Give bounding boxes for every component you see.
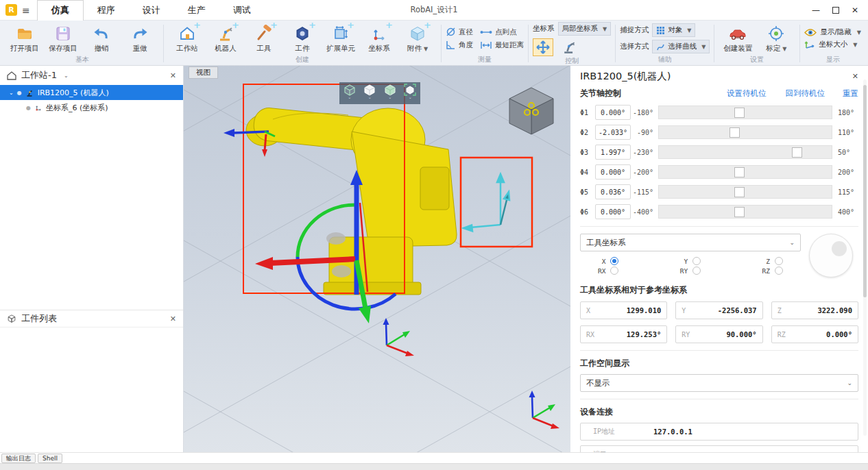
robot-control-button[interactable]	[559, 38, 579, 56]
create-workpiece-button[interactable]: + 工件	[283, 23, 322, 53]
tab-program[interactable]: 程序	[84, 0, 129, 21]
joint-slider[interactable]	[658, 165, 832, 179]
radio-z[interactable]	[775, 257, 783, 265]
diameter-icon	[446, 27, 456, 37]
tool-frame-select[interactable]: 工具坐标系 ⌄	[580, 234, 801, 251]
shell-tab[interactable]: Shell	[38, 454, 62, 463]
radio-x[interactable]	[610, 257, 618, 265]
move-tool-button[interactable]	[533, 38, 553, 56]
close-panel-icon[interactable]: ✕	[170, 71, 176, 80]
z-field[interactable]: Z3222.090	[771, 301, 858, 319]
chevron-down-icon[interactable]: ⌄	[9, 90, 14, 96]
tree-item-frame[interactable]: ● 坐标系_6 (坐标系)	[0, 100, 183, 115]
measure-diameter-button[interactable]: 直径	[446, 27, 473, 37]
pose-section-title: 工具坐标系相对于参考坐标系	[580, 284, 858, 296]
viewport-3d[interactable]: 视图 ⌄ ⌄ ⌄ ⌄	[184, 66, 570, 452]
close-panel-icon[interactable]: ✕	[852, 72, 858, 81]
view-tab[interactable]: 视图	[189, 66, 218, 79]
go-home-link[interactable]: 回到待机位	[786, 88, 825, 99]
create-device-button[interactable]: 创建装置	[719, 23, 757, 53]
y-field[interactable]: Y-2256.037	[675, 301, 762, 319]
save-project-button[interactable]: 保存项目	[44, 23, 82, 53]
joint-row-3: Φ3 1.997° -230° 50°	[580, 145, 858, 160]
chevron-down-icon[interactable]: ⌄	[64, 73, 69, 79]
app-logo[interactable]: R	[5, 4, 17, 16]
snap-mode-dropdown[interactable]: 对象▼	[652, 23, 695, 37]
joint-slider[interactable]	[658, 205, 832, 219]
coord-system-dropdown[interactable]: 局部坐标系▼	[558, 22, 612, 36]
redo-button[interactable]: 重做	[121, 23, 159, 53]
tree-item-robot[interactable]: ⌄ ● IRB1200_5 (机器人)	[0, 85, 183, 100]
maximize-button[interactable]	[832, 7, 839, 14]
scrollbar-thumb[interactable]	[863, 85, 867, 297]
create-robot-button[interactable]: + 机器人	[206, 23, 245, 53]
solid-cube-icon[interactable]: ⌄	[363, 84, 376, 99]
coord-size-button[interactable]: 坐标大小▼	[804, 40, 861, 49]
create-tool-button[interactable]: + 工具	[245, 23, 283, 53]
slider-handle[interactable]	[730, 127, 740, 138]
slider-handle[interactable]	[734, 167, 745, 177]
chevron-down-icon: ▼	[687, 27, 691, 34]
workspace-display-select[interactable]: 不显示 ⌄	[580, 374, 858, 392]
create-attachment-button[interactable]: + 附件▼	[398, 23, 437, 53]
jog-dial[interactable]	[809, 234, 853, 277]
open-project-button[interactable]: 打开项目	[5, 23, 44, 53]
slider-handle[interactable]	[734, 207, 745, 217]
move-icon	[535, 40, 551, 55]
minimize-button[interactable]: —	[812, 6, 820, 14]
reset-link[interactable]: 重置	[843, 88, 858, 99]
measure-angle-button[interactable]: 角度	[446, 40, 473, 50]
joint-slider[interactable]	[658, 145, 832, 159]
ip-address-field[interactable]: IP地址 127.0.0.1	[580, 423, 858, 441]
radio-ry[interactable]	[692, 267, 701, 275]
rz-field[interactable]: RZ0.000°	[771, 325, 858, 343]
radio-rx[interactable]	[610, 267, 618, 275]
folder-icon	[5, 23, 44, 44]
scene-canvas[interactable]	[184, 66, 570, 452]
scrollbar[interactable]	[863, 79, 867, 436]
x-field[interactable]: X1299.010	[580, 301, 667, 319]
close-panel-icon[interactable]: ✕	[170, 314, 176, 323]
joint-slider[interactable]	[658, 125, 832, 139]
rx-field[interactable]: RX129.253°	[580, 325, 667, 343]
create-workstation-button[interactable]: + 工作站	[168, 23, 206, 53]
robot-model[interactable]	[246, 106, 457, 295]
wireframe-cube-icon[interactable]: ⌄	[343, 84, 356, 99]
slider-handle[interactable]	[734, 108, 745, 118]
joint-value-input[interactable]: -2.033°	[595, 125, 631, 140]
shaded-cube-icon[interactable]: ⌄	[384, 84, 396, 99]
joint-value-input[interactable]: 0.036°	[595, 184, 631, 199]
slider-handle[interactable]	[734, 187, 745, 197]
station-title: 工作站-1	[21, 69, 57, 82]
joint-value-input[interactable]: 0.000°	[595, 105, 631, 120]
close-button[interactable]: ✕	[852, 6, 858, 14]
tab-simulation[interactable]: 仿真	[37, 0, 84, 21]
radio-rz[interactable]	[775, 267, 783, 275]
menu-icon[interactable]: ≡	[22, 5, 30, 16]
selected-frame-axes[interactable]	[463, 174, 509, 232]
joint-slider[interactable]	[658, 106, 832, 119]
measure-min-distance-button[interactable]: 最短距离	[480, 40, 524, 50]
tab-design[interactable]: 设计	[129, 0, 174, 21]
measure-point-to-point-button[interactable]: 点到点	[480, 27, 524, 37]
output-log-tab[interactable]: 输出日志	[1, 454, 36, 463]
ry-field[interactable]: RY90.000°	[675, 325, 762, 343]
tab-production[interactable]: 生产	[174, 0, 219, 21]
undo-button[interactable]: 撤销	[82, 23, 121, 53]
jog-dial-knob[interactable]	[832, 241, 847, 256]
create-frame-button[interactable]: + 坐标系	[360, 23, 398, 53]
view-cube[interactable]	[509, 88, 553, 134]
radio-y[interactable]	[692, 257, 701, 265]
set-home-link[interactable]: 设置待机位	[727, 88, 767, 99]
create-extension-button[interactable]: + 扩展单元	[322, 23, 360, 53]
calibrate-button[interactable]: 标定▼	[757, 23, 795, 53]
show-hide-button[interactable]: 显示/隐藏▼	[804, 27, 861, 37]
select-mode-dropdown[interactable]: 选择曲线▼	[652, 40, 710, 53]
outline-cube-icon[interactable]: ⌄	[404, 84, 416, 99]
joint-value-input[interactable]: 0.000°	[595, 204, 631, 219]
slider-handle[interactable]	[792, 147, 802, 158]
joint-value-input[interactable]: 0.000°	[595, 164, 631, 180]
joint-slider[interactable]	[658, 185, 832, 199]
tab-debug[interactable]: 调试	[219, 0, 265, 21]
joint-value-input[interactable]: 1.997°	[595, 145, 631, 160]
